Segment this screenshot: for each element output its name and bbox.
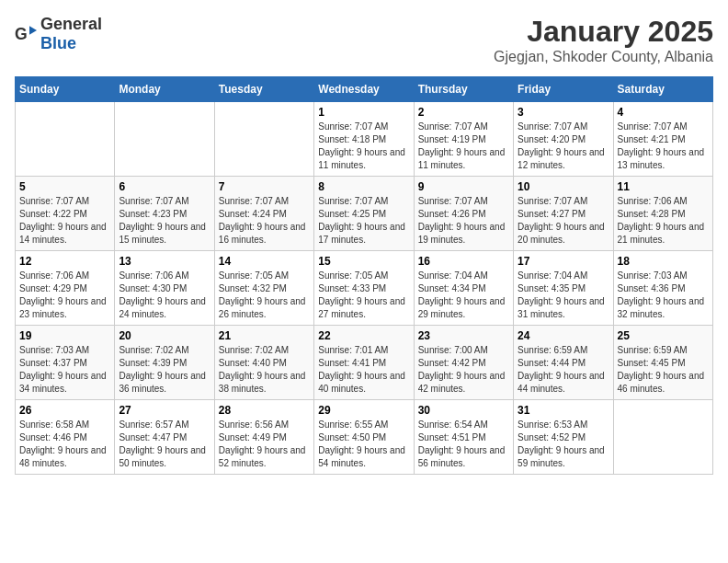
day-info: Sunrise: 7:07 AMSunset: 4:26 PMDaylight:…: [418, 195, 509, 247]
day-number: 19: [19, 329, 110, 342]
logo-blue: Blue: [40, 34, 76, 52]
calendar-week-row: 19Sunrise: 7:03 AMSunset: 4:37 PMDayligh…: [16, 326, 713, 400]
day-of-week-header: Friday: [514, 77, 613, 102]
page-header: G General Blue January 2025 Gjegjan, Shk…: [15, 15, 713, 65]
calendar-cell: 26Sunrise: 6:58 AMSunset: 4:46 PMDayligh…: [16, 400, 115, 475]
calendar-week-row: 1Sunrise: 7:07 AMSunset: 4:18 PMDaylight…: [16, 102, 713, 177]
day-number: 7: [219, 180, 310, 193]
day-info: Sunrise: 7:07 AMSunset: 4:22 PMDaylight:…: [19, 195, 110, 247]
day-of-week-header: Thursday: [414, 77, 513, 102]
calendar-cell: 18Sunrise: 7:03 AMSunset: 4:36 PMDayligh…: [613, 251, 712, 326]
calendar-cell: 17Sunrise: 7:04 AMSunset: 4:35 PMDayligh…: [514, 251, 613, 326]
day-info: Sunrise: 7:07 AMSunset: 4:18 PMDaylight:…: [318, 121, 409, 172]
day-number: 2: [418, 106, 509, 119]
title-block: January 2025 Gjegjan, Shkoder County, Al…: [494, 15, 713, 65]
day-of-week-header: Sunday: [16, 77, 115, 102]
calendar-cell: 7Sunrise: 7:07 AMSunset: 4:24 PMDaylight…: [214, 177, 313, 251]
logo-general: General: [40, 15, 102, 33]
day-number: 30: [418, 404, 509, 417]
svg-text:G: G: [15, 25, 28, 43]
day-info: Sunrise: 7:07 AMSunset: 4:20 PMDaylight:…: [518, 121, 609, 172]
calendar-table: SundayMondayTuesdayWednesdayThursdayFrid…: [15, 76, 713, 475]
calendar-cell: 4Sunrise: 7:07 AMSunset: 4:21 PMDaylight…: [613, 102, 712, 177]
calendar-week-row: 5Sunrise: 7:07 AMSunset: 4:22 PMDaylight…: [16, 177, 713, 251]
day-number: 13: [119, 255, 210, 268]
day-info: Sunrise: 7:03 AMSunset: 4:37 PMDaylight:…: [19, 344, 110, 396]
calendar-cell: 2Sunrise: 7:07 AMSunset: 4:19 PMDaylight…: [414, 102, 513, 177]
day-number: 27: [119, 404, 210, 417]
month-title: January 2025: [494, 15, 713, 49]
calendar-cell: 21Sunrise: 7:02 AMSunset: 4:40 PMDayligh…: [214, 326, 313, 400]
calendar-cell: 27Sunrise: 6:57 AMSunset: 4:47 PMDayligh…: [115, 400, 214, 475]
day-info: Sunrise: 7:07 AMSunset: 4:21 PMDaylight:…: [618, 121, 709, 172]
day-number: 25: [618, 329, 709, 342]
day-info: Sunrise: 7:06 AMSunset: 4:29 PMDaylight:…: [19, 270, 110, 321]
calendar-cell: 19Sunrise: 7:03 AMSunset: 4:37 PMDayligh…: [16, 326, 115, 400]
day-info: Sunrise: 7:00 AMSunset: 4:42 PMDaylight:…: [418, 344, 509, 396]
calendar-cell: [16, 102, 115, 177]
day-info: Sunrise: 6:59 AMSunset: 4:45 PMDaylight:…: [618, 344, 709, 396]
day-of-week-header: Monday: [115, 77, 214, 102]
calendar-cell: 1Sunrise: 7:07 AMSunset: 4:18 PMDaylight…: [314, 102, 414, 177]
calendar-week-row: 12Sunrise: 7:06 AMSunset: 4:29 PMDayligh…: [16, 251, 713, 326]
calendar-cell: 11Sunrise: 7:06 AMSunset: 4:28 PMDayligh…: [613, 177, 712, 251]
day-info: Sunrise: 6:59 AMSunset: 4:44 PMDaylight:…: [518, 344, 609, 396]
day-number: 11: [618, 180, 709, 193]
day-info: Sunrise: 6:57 AMSunset: 4:47 PMDaylight:…: [119, 419, 210, 470]
day-of-week-header: Saturday: [613, 77, 712, 102]
day-number: 23: [418, 329, 509, 342]
calendar-cell: 16Sunrise: 7:04 AMSunset: 4:34 PMDayligh…: [414, 251, 513, 326]
calendar-cell: 13Sunrise: 7:06 AMSunset: 4:30 PMDayligh…: [115, 251, 214, 326]
calendar-cell: 28Sunrise: 6:56 AMSunset: 4:49 PMDayligh…: [214, 400, 313, 475]
calendar-cell: 9Sunrise: 7:07 AMSunset: 4:26 PMDaylight…: [414, 177, 513, 251]
day-number: 10: [518, 180, 609, 193]
day-info: Sunrise: 7:07 AMSunset: 4:24 PMDaylight:…: [219, 195, 310, 247]
day-number: 15: [318, 255, 409, 268]
day-info: Sunrise: 7:02 AMSunset: 4:40 PMDaylight:…: [219, 344, 310, 396]
day-info: Sunrise: 6:54 AMSunset: 4:51 PMDaylight:…: [418, 419, 509, 470]
day-number: 6: [119, 180, 210, 193]
day-number: 4: [618, 106, 709, 119]
calendar-cell: 6Sunrise: 7:07 AMSunset: 4:23 PMDaylight…: [115, 177, 214, 251]
day-info: Sunrise: 7:07 AMSunset: 4:27 PMDaylight:…: [518, 195, 609, 247]
calendar-header-row: SundayMondayTuesdayWednesdayThursdayFrid…: [16, 77, 713, 102]
day-number: 26: [19, 404, 110, 417]
day-info: Sunrise: 6:56 AMSunset: 4:49 PMDaylight:…: [219, 419, 310, 470]
day-number: 20: [119, 329, 210, 342]
calendar-cell: 23Sunrise: 7:00 AMSunset: 4:42 PMDayligh…: [414, 326, 513, 400]
calendar-cell: 30Sunrise: 6:54 AMSunset: 4:51 PMDayligh…: [414, 400, 513, 475]
day-info: Sunrise: 7:05 AMSunset: 4:33 PMDaylight:…: [318, 270, 409, 321]
day-of-week-header: Tuesday: [214, 77, 313, 102]
day-number: 9: [418, 180, 509, 193]
day-number: 12: [19, 255, 110, 268]
calendar-cell: 20Sunrise: 7:02 AMSunset: 4:39 PMDayligh…: [115, 326, 214, 400]
day-info: Sunrise: 7:05 AMSunset: 4:32 PMDaylight:…: [219, 270, 310, 321]
calendar-cell: 25Sunrise: 6:59 AMSunset: 4:45 PMDayligh…: [613, 326, 712, 400]
calendar-cell: 22Sunrise: 7:01 AMSunset: 4:41 PMDayligh…: [314, 326, 414, 400]
day-info: Sunrise: 7:06 AMSunset: 4:30 PMDaylight:…: [119, 270, 210, 321]
svg-marker-1: [29, 26, 37, 35]
calendar-cell: 15Sunrise: 7:05 AMSunset: 4:33 PMDayligh…: [314, 251, 414, 326]
calendar-cell: 14Sunrise: 7:05 AMSunset: 4:32 PMDayligh…: [214, 251, 313, 326]
calendar-week-row: 26Sunrise: 6:58 AMSunset: 4:46 PMDayligh…: [16, 400, 713, 475]
calendar-cell: 24Sunrise: 6:59 AMSunset: 4:44 PMDayligh…: [514, 326, 613, 400]
calendar-cell: [613, 400, 712, 475]
day-number: 22: [318, 329, 409, 342]
day-info: Sunrise: 7:07 AMSunset: 4:23 PMDaylight:…: [119, 195, 210, 247]
day-info: Sunrise: 7:07 AMSunset: 4:25 PMDaylight:…: [318, 195, 409, 247]
calendar-cell: [214, 102, 313, 177]
day-number: 21: [219, 329, 310, 342]
day-info: Sunrise: 6:53 AMSunset: 4:52 PMDaylight:…: [518, 419, 609, 470]
calendar-cell: 31Sunrise: 6:53 AMSunset: 4:52 PMDayligh…: [514, 400, 613, 475]
calendar-cell: 3Sunrise: 7:07 AMSunset: 4:20 PMDaylight…: [514, 102, 613, 177]
day-info: Sunrise: 7:04 AMSunset: 4:34 PMDaylight:…: [418, 270, 509, 321]
day-info: Sunrise: 7:07 AMSunset: 4:19 PMDaylight:…: [418, 121, 509, 172]
day-info: Sunrise: 7:04 AMSunset: 4:35 PMDaylight:…: [518, 270, 609, 321]
day-number: 17: [518, 255, 609, 268]
day-number: 31: [518, 404, 609, 417]
day-info: Sunrise: 6:55 AMSunset: 4:50 PMDaylight:…: [318, 419, 409, 470]
day-info: Sunrise: 6:58 AMSunset: 4:46 PMDaylight:…: [19, 419, 110, 470]
logo-icon: G: [15, 23, 37, 45]
day-info: Sunrise: 7:01 AMSunset: 4:41 PMDaylight:…: [318, 344, 409, 396]
day-info: Sunrise: 7:06 AMSunset: 4:28 PMDaylight:…: [618, 195, 709, 247]
